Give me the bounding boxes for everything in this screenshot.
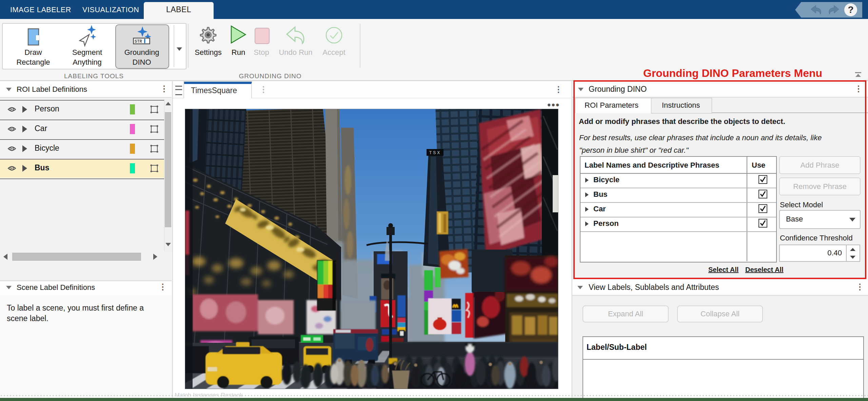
- svg-text:STR: STR: [135, 39, 142, 44]
